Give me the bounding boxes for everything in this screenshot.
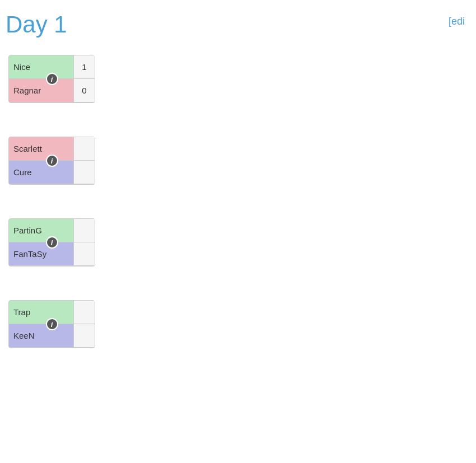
team-score-4-1: [73, 301, 95, 324]
team-score-3-1: [73, 219, 95, 242]
team-score-3-2: [73, 242, 95, 265]
info-badge-2[interactable]: i: [46, 155, 58, 167]
info-badge-1[interactable]: i: [46, 73, 58, 85]
team-score-4-2: [73, 324, 95, 347]
team-name-2-1: Scarlett: [9, 137, 73, 160]
team-name-2-2: Cure: [9, 161, 73, 184]
info-badge-4[interactable]: i: [46, 318, 58, 330]
matches-container: Nice1Ragnar0iScarlettCureiPartinGFanTaSy…: [6, 55, 465, 348]
page-header: Day 1 [edi: [6, 11, 465, 38]
team-name-1-2: Ragnar: [9, 79, 73, 102]
team-name-3-1: PartinG: [9, 219, 73, 242]
team-score-1-1: 1: [73, 55, 95, 78]
team-name-3-2: FanTaSy: [9, 242, 73, 265]
team-score-1-2: 0: [73, 79, 95, 102]
team-score-2-2: [73, 161, 95, 184]
team-score-2-1: [73, 137, 95, 160]
match-card-2: ScarlettCurei: [8, 137, 95, 185]
team-name-1-1: Nice: [9, 55, 73, 78]
match-card-1: Nice1Ragnar0i: [8, 55, 95, 103]
team-name-4-1: Trap: [9, 301, 73, 324]
match-card-3: PartinGFanTaSyi: [8, 218, 95, 266]
match-card-4: TrapKeeNi: [8, 300, 95, 348]
page-title: Day 1: [6, 11, 67, 38]
team-name-4-2: KeeN: [9, 324, 73, 347]
edit-link[interactable]: [edi: [449, 16, 465, 27]
info-badge-3[interactable]: i: [46, 236, 58, 249]
